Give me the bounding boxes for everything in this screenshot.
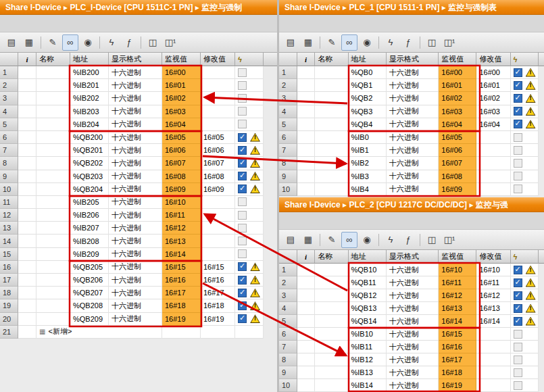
address-cell[interactable]: %QB204 [70,183,109,196]
insert-row-icon[interactable]: ▤ [3,34,20,51]
address-cell[interactable]: %IB12 [349,353,387,366]
modify-checkbox[interactable] [514,68,522,77]
modify-checkbox[interactable] [514,94,522,103]
modify-checkbox[interactable] [514,343,522,351]
name-cell[interactable] [315,131,348,144]
modify-value-cell[interactable]: 16#11 [476,276,510,289]
address-cell[interactable]: %QB203 [70,170,109,183]
address-cell[interactable]: %IB202 [70,92,109,105]
address-cell[interactable]: %IB11 [349,341,387,353]
modify-value-cell[interactable] [201,105,235,118]
address-cell[interactable]: %IB0 [349,131,387,144]
name-cell[interactable] [36,235,70,247]
modify-with-trigger-icon[interactable]: ƒ [121,34,137,51]
name-cell[interactable] [315,79,348,92]
name-cell[interactable] [315,118,348,131]
name-cell[interactable] [315,264,348,276]
monitor-once-icon[interactable]: ◉ [359,34,375,51]
format-cell[interactable]: 十六进制 [387,105,439,118]
monitor-once-icon[interactable]: ◉ [80,34,96,51]
address-cell[interactable]: %IB2 [349,157,387,170]
format-cell[interactable]: 十六进制 [109,170,162,183]
format-cell[interactable]: 十六进制 [109,66,162,79]
modify-checkbox[interactable] [238,237,247,245]
modify-value-cell[interactable]: 16#15 [201,261,235,274]
modify-checkbox[interactable] [238,289,247,297]
monitor-all-icon[interactable]: ∞ [341,34,357,51]
modify-checkbox[interactable] [514,107,522,116]
format-cell[interactable]: 十六进制 [109,118,162,131]
format-cell[interactable]: 十六进制 [387,315,439,328]
address-cell[interactable]: %QB11 [349,276,387,289]
address-cell[interactable]: %IB201 [70,79,109,92]
modify-value-cell[interactable]: 16#18 [201,299,235,312]
modify-checkbox[interactable] [238,249,247,258]
modify-checkbox[interactable] [514,120,522,128]
modify-value-cell[interactable] [201,118,235,131]
modify-value-cell[interactable] [476,379,510,392]
format-cell[interactable]: 十六进制 [387,66,439,79]
format-cell[interactable]: 十六进制 [109,92,162,105]
address-cell[interactable]: %QB14 [349,315,387,328]
modify-value-cell[interactable] [476,131,510,144]
modify-checkbox[interactable] [514,317,522,326]
format-cell[interactable]: 十六进制 [109,222,162,235]
format-cell[interactable]: 十六进制 [109,287,162,299]
modify-now-icon[interactable]: ϟ [382,34,399,51]
modify-value-cell[interactable] [476,157,510,170]
format-cell[interactable]: 十六进制 [109,157,162,170]
name-cell[interactable] [315,66,348,79]
format-cell[interactable]: 十六进制 [387,118,439,131]
modify-checkbox[interactable] [514,185,522,193]
modify-value-cell[interactable] [201,209,235,222]
modify-now-icon[interactable]: ϟ [103,34,120,51]
name-cell[interactable] [36,299,70,312]
modify-value-cell[interactable] [476,170,510,183]
address-cell[interactable]: %QB2 [349,92,387,105]
modify-checkbox[interactable] [514,146,522,155]
format-cell[interactable]: 十六进制 [387,79,439,92]
format-cell[interactable]: 十六进制 [387,131,439,144]
watch-all-icon[interactable]: ◫ [424,34,440,51]
format-cell[interactable]: 十六进制 [387,379,439,392]
modify-address-icon[interactable]: ✎ [324,34,340,51]
address-cell[interactable]: %QB10 [349,264,387,276]
modify-checkbox[interactable] [514,159,522,168]
name-cell[interactable] [36,209,70,222]
modify-value-cell[interactable]: 16#00 [476,66,510,79]
modify-checkbox[interactable] [238,211,247,220]
modify-value-cell[interactable]: 16#02 [476,92,510,105]
modify-value-cell[interactable]: 16#17 [201,287,235,299]
name-cell[interactable] [315,315,348,328]
format-cell[interactable]: 十六进制 [109,144,162,157]
modify-value-cell[interactable] [201,196,235,209]
address-cell[interactable]: %QB0 [349,66,387,79]
format-cell[interactable]: 十六进制 [109,299,162,312]
modify-checkbox[interactable] [514,304,522,313]
modify-value-cell[interactable] [201,79,235,92]
name-cell[interactable] [36,287,70,299]
address-cell[interactable]: %QB207 [70,287,109,299]
watch-all-icon[interactable]: ◫ [424,232,440,248]
modify-value-cell[interactable] [201,222,235,235]
name-cell[interactable] [315,353,348,366]
modify-value-cell[interactable]: 16#01 [476,79,510,92]
format-cell[interactable]: 十六进制 [109,105,162,118]
modify-checkbox[interactable] [514,81,522,90]
titlebar-plc-1[interactable]: Share I-Device ▸ PLC_1 [CPU 1511-1 PN] ▸… [279,0,544,15]
modify-checkbox[interactable] [238,133,247,142]
name-cell[interactable] [36,274,70,287]
address-cell[interactable]: %QB13 [349,302,387,315]
address-cell[interactable]: %QB201 [70,144,109,157]
format-cell[interactable]: 十六进制 [387,366,439,379]
name-cell[interactable] [315,366,348,379]
modify-checkbox[interactable] [238,107,247,116]
name-cell[interactable] [36,92,70,105]
modify-value-cell[interactable]: 16#09 [201,183,235,196]
modify-value-cell[interactable]: 16#08 [201,170,235,183]
modify-address-icon[interactable]: ✎ [324,232,340,248]
modify-checkbox[interactable] [238,185,247,193]
name-cell[interactable] [36,261,70,274]
address-cell[interactable]: %QB12 [349,289,387,302]
address-cell[interactable]: %IB204 [70,118,109,131]
